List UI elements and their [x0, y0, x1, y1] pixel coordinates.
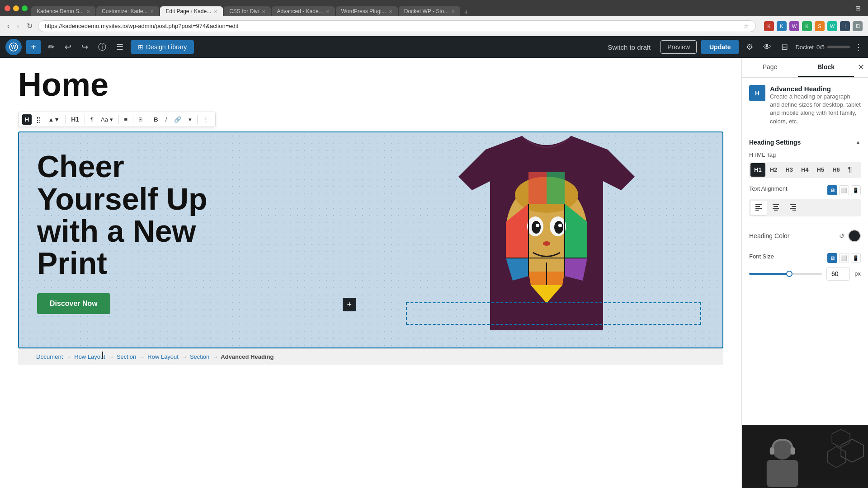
extension-icon-2[interactable]: K: [777, 21, 787, 31]
tab-close-icon[interactable]: ✕: [214, 9, 217, 14]
browser-tab-5[interactable]: Advanced - Kade... ✕: [272, 6, 335, 16]
breadcrumb-item-5[interactable]: Section: [190, 353, 209, 360]
more-rich-button[interactable]: ▾: [186, 114, 194, 125]
browser-tab-4[interactable]: CSS for Divi ✕: [224, 6, 270, 16]
extensions-button[interactable]: ⊞: [853, 2, 863, 14]
tag-h3-button[interactable]: H3: [782, 163, 797, 177]
tab-close-icon[interactable]: ✕: [262, 9, 265, 14]
font-tablet-icon[interactable]: ⬜: [839, 253, 849, 263]
font-slider-thumb[interactable]: [786, 271, 793, 277]
color-reset-button[interactable]: ↺: [839, 232, 844, 239]
tag-h6-button[interactable]: H6: [829, 163, 844, 177]
tab-page[interactable]: Page: [742, 58, 798, 77]
font-size-slider[interactable]: [749, 273, 822, 275]
update-button[interactable]: Update: [701, 40, 739, 54]
edit-button[interactable]: ✏: [45, 39, 57, 55]
font-slider-fill: [749, 273, 789, 275]
reload-button[interactable]: ↻: [25, 20, 34, 32]
template-button[interactable]: ⊟: [778, 39, 791, 55]
extension-icon-1[interactable]: K: [764, 21, 774, 31]
extension-icon-5[interactable]: S: [815, 21, 825, 31]
drag-handle[interactable]: ⣿: [33, 114, 43, 125]
browser-tab-3[interactable]: Edit Page ‹ Kade... ✕: [160, 6, 223, 16]
paragraph-button[interactable]: ¶: [88, 114, 96, 125]
settings-button[interactable]: ⚙: [743, 39, 756, 55]
discover-now-button[interactable]: Discover Now: [37, 293, 110, 314]
align-button[interactable]: ≡: [122, 114, 131, 125]
bookmark-icon[interactable]: ☆: [743, 23, 749, 30]
move-button[interactable]: ▲▼: [45, 114, 62, 125]
heading-settings-section-header[interactable]: Heading Settings ▲: [742, 133, 868, 151]
undo-button[interactable]: ↩: [62, 39, 74, 55]
bold-button[interactable]: B: [151, 114, 160, 125]
block-info-text: Advanced Heading Create a heading or par…: [770, 85, 861, 126]
add-block-button[interactable]: +: [343, 298, 356, 311]
extension-icon-8[interactable]: ⊞: [853, 21, 863, 31]
tag-h4-button[interactable]: H4: [797, 163, 812, 177]
align-left-button[interactable]: [750, 201, 767, 215]
tag-h5-button[interactable]: H5: [813, 163, 828, 177]
heading-color-label: Heading Color: [749, 232, 790, 239]
extension-icon-3[interactable]: W: [789, 21, 799, 31]
tab-close-icon[interactable]: ✕: [150, 9, 154, 14]
font-desktop-icon[interactable]: 🖥: [827, 253, 837, 263]
tab-close-icon[interactable]: ✕: [451, 9, 455, 14]
back-button[interactable]: ‹: [5, 20, 11, 32]
copy-button[interactable]: ⎘: [136, 114, 145, 125]
minimize-dot[interactable]: [13, 5, 19, 11]
extension-icon-7[interactable]: ⋮: [840, 21, 850, 31]
browser-tab-2[interactable]: Customize: Kade... ✕: [96, 6, 159, 16]
tab-close-icon[interactable]: ✕: [389, 9, 392, 14]
extension-icon-4[interactable]: K: [802, 21, 812, 31]
svg-point-10: [543, 241, 550, 246]
browser-tab-1[interactable]: Kadence Demo S... ✕: [31, 6, 95, 16]
address-bar[interactable]: https://kadencedemo.mysites.io/wp-admin/…: [38, 20, 756, 32]
align-center-button[interactable]: [768, 201, 784, 215]
tab-close-icon[interactable]: ✕: [86, 9, 90, 14]
h1-button[interactable]: H1: [68, 114, 82, 125]
browser-tab-6[interactable]: WordPress Plugi... ✕: [336, 6, 398, 16]
tag-h1-button[interactable]: H1: [750, 163, 765, 177]
font-size-input[interactable]: [826, 267, 850, 281]
desktop-icon[interactable]: 🖥: [827, 185, 837, 195]
options-button[interactable]: ⋮: [200, 114, 212, 125]
breadcrumb-item-4[interactable]: Row Layout: [147, 353, 179, 360]
add-block-toolbar-button[interactable]: +: [26, 40, 41, 54]
more-options-button[interactable]: ⋮: [854, 42, 863, 52]
breadcrumb-item-3[interactable]: Section: [117, 353, 136, 360]
tablet-icon[interactable]: ⬜: [839, 185, 849, 195]
preview-button[interactable]: Preview: [660, 40, 697, 54]
mobile-icon[interactable]: 📱: [851, 185, 861, 195]
view-button[interactable]: 👁: [760, 40, 774, 55]
redo-button[interactable]: ↪: [79, 39, 91, 55]
switch-draft-button[interactable]: Switch to draft: [602, 41, 656, 54]
heading-type-button[interactable]: H: [22, 114, 32, 125]
svg-rect-34: [791, 447, 795, 455]
extension-icon-6[interactable]: W: [827, 21, 837, 31]
font-mobile-icon[interactable]: 📱: [851, 253, 861, 263]
breadcrumb-item-1[interactable]: Document: [36, 353, 63, 360]
tab-block[interactable]: Block: [798, 58, 854, 77]
browser-tab-7[interactable]: Docket WP - Sto... ✕: [399, 6, 460, 16]
close-dot[interactable]: [5, 5, 10, 11]
list-view-button[interactable]: ☰: [113, 39, 126, 55]
docket-progress-bar: [827, 46, 850, 48]
tag-para-button[interactable]: ¶: [844, 163, 856, 177]
wp-logo[interactable]: W: [5, 39, 22, 55]
align-right-button[interactable]: [785, 201, 801, 215]
color-swatch[interactable]: [848, 230, 861, 242]
font-button[interactable]: Aa ▾: [98, 114, 116, 125]
italic-button[interactable]: I: [163, 114, 170, 125]
design-library-button[interactable]: ⊞ Design Library: [131, 40, 194, 54]
tag-h2-button[interactable]: H2: [766, 163, 781, 177]
link-button[interactable]: 🔗: [171, 114, 184, 125]
panel-close-button[interactable]: ✕: [854, 59, 868, 76]
forward-button[interactable]: ›: [15, 20, 21, 32]
maximize-dot[interactable]: [22, 5, 28, 11]
heading-settings-title: Heading Settings: [749, 139, 801, 146]
block-icon-letter: H: [755, 89, 760, 97]
info-button[interactable]: ⓘ: [95, 39, 109, 55]
new-tab-button[interactable]: +: [461, 8, 471, 16]
tab-close-icon[interactable]: ✕: [326, 9, 330, 14]
svg-point-7: [554, 221, 563, 234]
